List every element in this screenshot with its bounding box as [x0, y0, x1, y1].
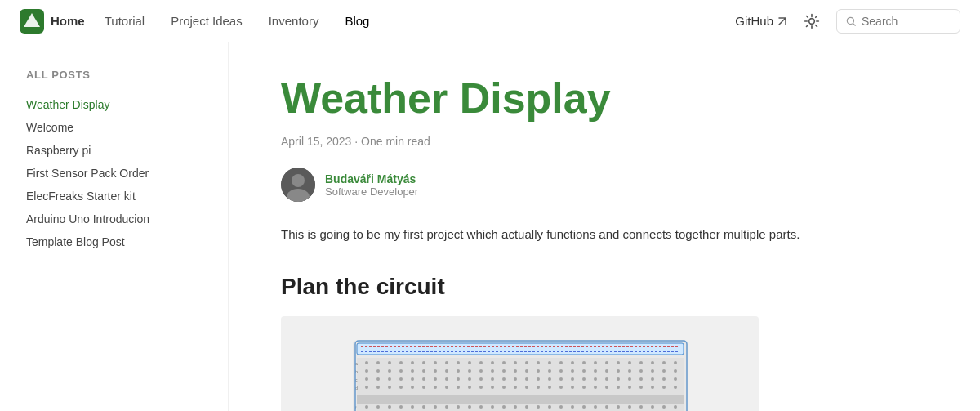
- github-link[interactable]: GitHub: [735, 14, 787, 28]
- svg-point-54: [365, 369, 368, 373]
- svg-point-122: [502, 386, 506, 389]
- author-info: Budaváři Mátyás Software Developer: [325, 172, 418, 198]
- avatar-image: [281, 168, 315, 202]
- svg-rect-17: [357, 343, 684, 355]
- svg-point-97: [537, 377, 540, 381]
- svg-point-110: [365, 386, 368, 389]
- svg-point-134: [639, 386, 643, 389]
- svg-point-93: [491, 377, 494, 381]
- author-name: Budaváři Mátyás: [325, 172, 418, 185]
- sidebar-item-first-sensor[interactable]: First Sensor Pack Order: [26, 163, 208, 184]
- svg-point-89: [445, 377, 448, 381]
- svg-point-137: [674, 386, 677, 389]
- svg-point-96: [525, 377, 528, 381]
- svg-point-100: [571, 377, 574, 381]
- post-intro: This is going to be my first project whi…: [281, 225, 911, 244]
- logo-link[interactable]: Home: [20, 9, 85, 34]
- svg-point-60: [434, 369, 437, 373]
- svg-point-163: [651, 405, 654, 409]
- svg-line-7: [807, 16, 808, 17]
- svg-point-31: [422, 361, 425, 364]
- sidebar-item-elecfreaks[interactable]: ElecFreaks Starter kit: [26, 185, 208, 207]
- author-block: Budaváři Mátyás Software Developer: [281, 168, 911, 202]
- svg-point-108: [662, 377, 666, 381]
- svg-point-69: [537, 369, 540, 373]
- svg-point-131: [605, 386, 608, 389]
- svg-point-153: [537, 405, 540, 409]
- svg-point-78: [639, 369, 643, 373]
- list-item: Raspberry pi: [26, 140, 208, 161]
- svg-point-81: [674, 369, 677, 373]
- svg-point-44: [571, 361, 574, 364]
- svg-point-50: [639, 361, 643, 364]
- svg-point-157: [582, 405, 586, 409]
- svg-rect-25: [357, 395, 684, 404]
- svg-point-36: [479, 361, 483, 364]
- svg-point-146: [457, 405, 460, 409]
- svg-point-156: [571, 405, 574, 409]
- svg-point-159: [605, 405, 608, 409]
- svg-point-94: [502, 377, 506, 381]
- svg-line-9: [807, 25, 808, 26]
- sidebar-item-weather-display[interactable]: Weather Display: [26, 94, 208, 115]
- search-input[interactable]: [862, 15, 951, 28]
- svg-point-26: [365, 361, 368, 364]
- circuit-image: a b c d f g h: [281, 316, 759, 411]
- svg-point-32: [434, 361, 437, 364]
- svg-point-95: [514, 377, 517, 381]
- svg-point-74: [594, 369, 597, 373]
- svg-point-72: [571, 369, 574, 373]
- svg-point-158: [594, 405, 597, 409]
- svg-point-125: [537, 386, 540, 389]
- svg-point-57: [399, 369, 403, 373]
- svg-point-106: [639, 377, 643, 381]
- svg-point-103: [605, 377, 608, 381]
- svg-point-42: [548, 361, 551, 364]
- svg-point-102: [594, 377, 597, 381]
- sidebar: All posts Weather Display Welcome Raspbe…: [0, 42, 229, 411]
- svg-point-154: [548, 405, 551, 409]
- svg-point-86: [411, 377, 414, 381]
- svg-point-82: [365, 377, 368, 381]
- svg-point-142: [411, 405, 414, 409]
- nav-project-ideas[interactable]: Project Ideas: [158, 0, 256, 42]
- github-label: GitHub: [735, 14, 773, 28]
- nav-blog[interactable]: Blog: [332, 0, 382, 42]
- sidebar-item-template[interactable]: Template Blog Post: [26, 231, 208, 252]
- theme-toggle-button[interactable]: [800, 10, 823, 33]
- list-item: ElecFreaks Starter kit: [26, 185, 208, 207]
- sidebar-item-raspberry-pi[interactable]: Raspberry pi: [26, 140, 208, 161]
- svg-point-47: [605, 361, 608, 364]
- sidebar-item-welcome[interactable]: Welcome: [26, 117, 208, 138]
- svg-point-88: [434, 377, 437, 381]
- svg-point-14: [292, 174, 305, 187]
- svg-point-130: [594, 386, 597, 389]
- nav-tutorial[interactable]: Tutorial: [91, 0, 158, 42]
- svg-point-35: [468, 361, 471, 364]
- svg-point-120: [479, 386, 483, 389]
- svg-point-150: [502, 405, 506, 409]
- svg-point-114: [411, 386, 414, 389]
- svg-point-70: [548, 369, 551, 373]
- svg-point-138: [365, 405, 368, 409]
- svg-point-53: [674, 361, 677, 364]
- section-heading: Plan the circuit: [281, 274, 911, 300]
- svg-point-79: [651, 369, 654, 373]
- sidebar-item-arduino[interactable]: Arduino Uno Introducion: [26, 208, 208, 230]
- svg-point-165: [674, 405, 677, 409]
- svg-point-59: [422, 369, 425, 373]
- svg-point-145: [445, 405, 448, 409]
- svg-point-119: [468, 386, 471, 389]
- svg-point-43: [559, 361, 563, 364]
- svg-point-62: [457, 369, 460, 373]
- header-right: GitHub: [735, 9, 960, 34]
- search-box[interactable]: [836, 9, 960, 34]
- svg-line-8: [816, 25, 817, 26]
- svg-point-73: [582, 369, 586, 373]
- nav-inventory[interactable]: Inventory: [256, 0, 332, 42]
- svg-point-49: [628, 361, 631, 364]
- svg-point-107: [651, 377, 654, 381]
- svg-point-28: [388, 361, 391, 364]
- svg-point-91: [468, 377, 471, 381]
- svg-point-29: [399, 361, 403, 364]
